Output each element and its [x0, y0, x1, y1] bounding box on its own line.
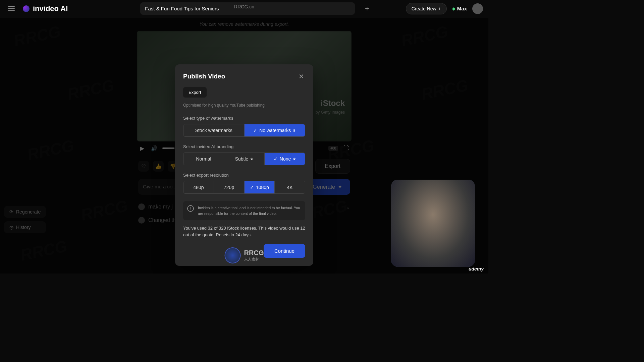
header: invideo AI + RRCG.cn Create New + Max [0, 0, 488, 17]
watermark-none-option[interactable]: ✓ No watermarks ♛ [245, 124, 305, 136]
watermark-label: Select type of watermarks [183, 116, 305, 121]
create-new-button[interactable]: Create New + [406, 3, 447, 14]
resolution-label: Select export resolution [183, 173, 305, 178]
crown-icon: ♛ [250, 157, 253, 161]
resolution-4k-option[interactable]: 4K [275, 181, 305, 193]
branding-normal-option[interactable]: Normal [183, 153, 224, 165]
resolution-segmented: 480p 720p ✓ 1080p 4K [183, 181, 305, 194]
info-text: Invideo is a creative tool, and is not i… [198, 205, 301, 216]
check-icon: ✓ [253, 128, 257, 133]
branding-segmented: Normal Subtle ♛ ✓ None ♛ [183, 153, 305, 165]
brand-name: invideo AI [33, 4, 68, 13]
continue-button[interactable]: Continue [264, 244, 305, 258]
udemy-watermark: udemy [469, 266, 484, 272]
modal-tabs: Export [183, 87, 305, 98]
branding-label: Select invideo AI branding [183, 144, 305, 149]
logo-icon [23, 5, 30, 12]
crown-icon: ♛ [293, 129, 296, 132]
watermark-stock-option[interactable]: Stock watermarks [183, 124, 245, 136]
branding-subtle-option[interactable]: Subtle ♛ [224, 153, 265, 165]
watermark-segmented: Stock watermarks ✓ No watermarks ♛ [183, 124, 305, 137]
user-avatar[interactable] [472, 3, 483, 14]
crown-icon: ♛ [293, 157, 296, 161]
main: You can remove watermarks during export.… [0, 17, 488, 274]
close-icon[interactable]: ✕ [297, 72, 305, 80]
rrcg-logo-subtext: 人人素材 [244, 257, 264, 262]
add-icon[interactable]: + [362, 3, 372, 14]
webcam-overlay [391, 180, 475, 267]
check-icon: ✓ [274, 156, 278, 162]
hamburger-menu-icon[interactable] [5, 4, 17, 14]
info-icon: ! [187, 205, 194, 212]
info-box: ! Invideo is a creative tool, and is not… [183, 201, 305, 220]
plus-icon: + [438, 6, 441, 11]
resolution-1080-option[interactable]: ✓ 1080p [245, 181, 275, 193]
modal-title: Publish Video [183, 73, 225, 80]
branding-none-option[interactable]: ✓ None ♛ [265, 153, 305, 165]
publish-video-modal: Publish Video ✕ Export Optimised for hig… [175, 64, 313, 266]
brand-logo[interactable]: invideo AI [23, 4, 68, 13]
rrcg-logo-text: RRCG [244, 249, 264, 257]
resolution-480-option[interactable]: 480p [183, 181, 214, 193]
quota-text: You've used 32 of 320 iStock licenses. T… [183, 225, 305, 238]
top-url-watermark: RRCG.cn [234, 4, 254, 9]
resolution-720-option[interactable]: 720p [214, 181, 245, 193]
tab-export[interactable]: Export [183, 87, 207, 98]
plan-badge[interactable]: Max [452, 6, 467, 11]
rrcg-logo-icon [225, 247, 241, 263]
tab-hint: Optimised for high quality YouTube publi… [183, 103, 305, 108]
check-icon: ✓ [250, 185, 254, 190]
bottom-watermark-logo: RRCG 人人素材 [225, 247, 264, 263]
